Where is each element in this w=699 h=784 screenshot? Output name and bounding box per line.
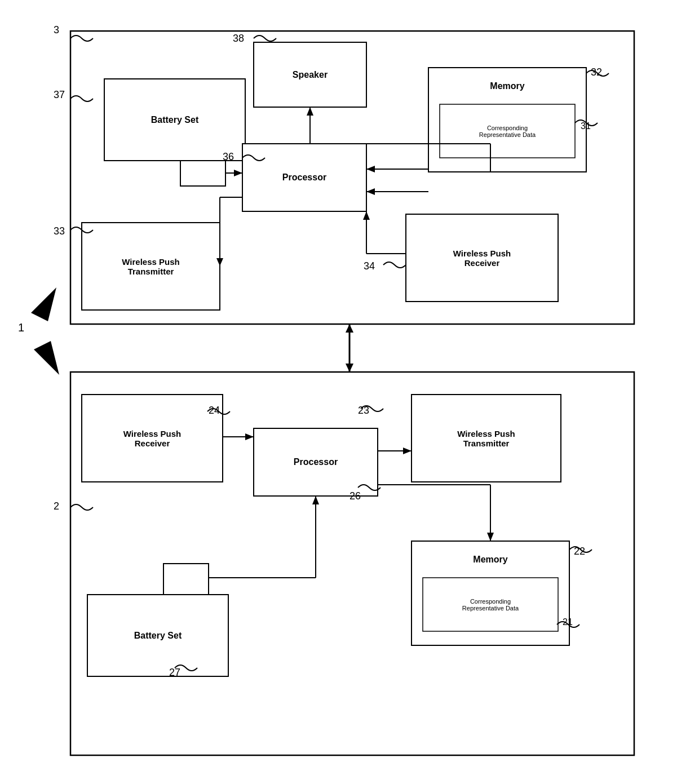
diagram-container: 3 37 Battery Set Speaker 38 Memory 32 Co… [0, 0, 699, 784]
ref-37: 37 [54, 89, 65, 101]
svg-rect-3 [180, 161, 225, 186]
ref-23: 23 [358, 405, 369, 417]
wpt-label-bottom: Wireless PushTransmitter [412, 395, 561, 482]
processor-label-top: Processor [242, 144, 366, 211]
ref-38: 38 [233, 33, 244, 45]
svg-marker-11 [307, 107, 313, 116]
svg-marker-45 [487, 533, 494, 541]
svg-rect-35 [163, 564, 209, 595]
speaker-label: Speaker [254, 42, 366, 107]
memory-label-bottom: Memory [412, 541, 569, 578]
svg-rect-32 [412, 541, 569, 645]
svg-rect-2 [104, 79, 245, 161]
ref-32: 32 [591, 67, 602, 78]
svg-marker-47 [34, 341, 59, 375]
svg-rect-1 [70, 372, 634, 755]
memory-label-top: Memory [428, 68, 586, 104]
corresponding-rep-data-label-top: CorrespondingRepresentative Data [440, 104, 575, 158]
svg-rect-34 [87, 595, 228, 676]
corresponding-rep-data-label-bottom: CorrespondingRepresentative Data [423, 578, 558, 631]
svg-rect-9 [406, 214, 558, 302]
svg-marker-28 [346, 324, 353, 333]
ref-1: 1 [18, 321, 24, 334]
ref-36: 36 [223, 151, 234, 163]
ref-22: 22 [574, 546, 585, 557]
svg-marker-39 [403, 448, 412, 454]
svg-marker-46 [31, 287, 56, 321]
svg-marker-27 [346, 364, 353, 372]
processor-label-bottom: Processor [254, 428, 378, 496]
svg-marker-37 [245, 433, 254, 440]
ref-34: 34 [364, 260, 375, 272]
svg-rect-33 [423, 578, 558, 631]
svg-marker-23 [363, 211, 370, 220]
wpr-label-bottom: Wireless PushReceiver [82, 395, 223, 482]
svg-marker-42 [312, 496, 319, 504]
ref-27: 27 [169, 667, 180, 679]
ref-26: 26 [350, 490, 361, 502]
svg-rect-0 [70, 31, 634, 324]
diagram-svg [0, 0, 699, 784]
battery-set-label-bottom: Battery Set [87, 595, 228, 676]
wpt-label-top: Wireless PushTransmitter [82, 223, 220, 310]
svg-marker-17 [234, 170, 242, 176]
svg-marker-13 [366, 166, 375, 172]
ref-21: 21 [563, 617, 573, 627]
svg-rect-30 [412, 395, 561, 482]
battery-set-label-top: Battery Set [104, 79, 245, 161]
ref-31: 31 [581, 121, 591, 131]
svg-rect-8 [82, 223, 220, 310]
svg-marker-15 [366, 188, 375, 195]
svg-rect-29 [82, 395, 223, 482]
ref-24: 24 [209, 405, 220, 417]
svg-rect-4 [254, 42, 366, 107]
wpr-label-top: Wireless PushReceiver [406, 214, 558, 302]
svg-marker-20 [216, 258, 223, 266]
svg-rect-7 [242, 144, 366, 211]
ref-2: 2 [54, 500, 59, 512]
svg-rect-6 [440, 104, 575, 158]
ref-3: 3 [54, 24, 59, 36]
svg-rect-31 [254, 428, 378, 496]
svg-rect-5 [428, 68, 586, 172]
ref-33: 33 [54, 225, 65, 237]
